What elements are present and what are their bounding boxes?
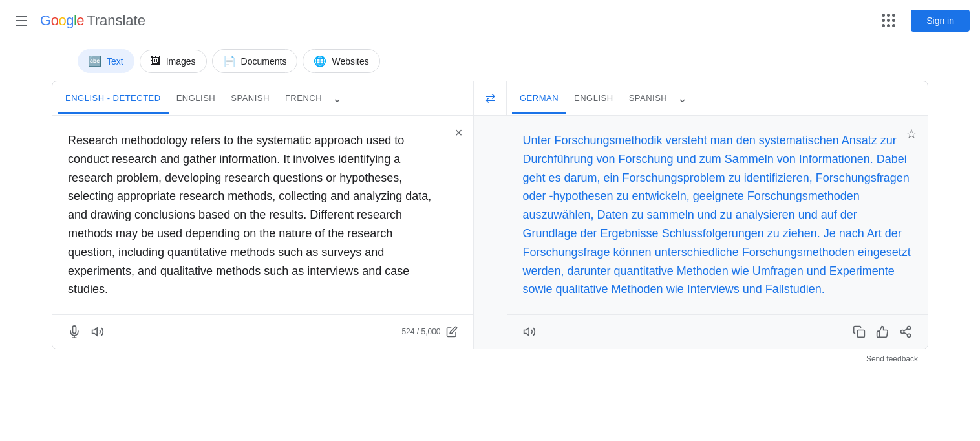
- microphone-button[interactable]: [63, 320, 86, 343]
- mode-tabs: 🔤 Text 🖼 Images 📄 Documents 🌐 Websites: [0, 41, 980, 81]
- lang-tab-french-src[interactable]: FRENCH: [277, 84, 330, 114]
- images-icon: 🖼: [151, 56, 161, 67]
- svg-point-5: [908, 327, 911, 330]
- char-count: 524 / 5,000: [401, 327, 440, 336]
- svg-marker-3: [524, 328, 529, 336]
- translate-area: ENGLISH - DETECTED ENGLISH SPANISH FRENC…: [52, 81, 928, 369]
- menu-icon[interactable]: [10, 10, 32, 31]
- lang-tab-english-src[interactable]: ENGLISH: [169, 84, 224, 114]
- swap-column-spacer: [474, 116, 507, 349]
- lang-tab-spanish-src[interactable]: SPANISH: [223, 84, 277, 114]
- svg-line-9: [904, 329, 908, 331]
- listen-target-button[interactable]: [518, 320, 541, 343]
- header-right: Sign in: [877, 8, 970, 32]
- tab-websites[interactable]: 🌐 Websites: [303, 49, 379, 73]
- tab-documents[interactable]: 📄 Documents: [212, 49, 298, 73]
- source-lang-more-button[interactable]: ⌄: [330, 89, 345, 108]
- svg-line-8: [904, 332, 908, 334]
- listen-source-button[interactable]: [86, 320, 109, 343]
- rate-translation-button[interactable]: [871, 320, 894, 343]
- documents-icon: 📄: [223, 55, 236, 67]
- tab-images[interactable]: 🖼 Images: [140, 50, 207, 73]
- websites-icon: 🌐: [314, 55, 326, 67]
- source-bottom-bar: 524 / 5,000: [52, 314, 473, 349]
- tab-documents-label: Documents: [241, 56, 287, 67]
- logo-translate-text: Translate: [87, 12, 145, 29]
- content-row: Research methodology refers to the syste…: [52, 116, 928, 349]
- swap-lang-container: ⇄: [473, 81, 507, 115]
- svg-point-6: [901, 330, 904, 334]
- svg-point-7: [908, 334, 911, 338]
- tab-images-label: Images: [166, 56, 196, 67]
- tab-text-label: Text: [107, 56, 123, 67]
- source-text[interactable]: Research methodology refers to the syste…: [52, 116, 473, 314]
- target-lang-more-button[interactable]: ⌄: [675, 89, 690, 108]
- apps-icon[interactable]: [877, 8, 900, 32]
- share-translation-button[interactable]: [894, 320, 917, 343]
- lang-tab-spanish-tgt[interactable]: SPANISH: [621, 84, 676, 114]
- translate-box: ENGLISH - DETECTED ENGLISH SPANISH FRENC…: [52, 81, 928, 349]
- header: Google Translate Sign in: [0, 0, 980, 41]
- edit-source-button[interactable]: [441, 321, 463, 343]
- send-feedback[interactable]: Send feedback: [52, 349, 928, 369]
- header-left: Google Translate: [10, 10, 145, 31]
- translated-text: Unter Forschungsmethodik versteht man de…: [507, 116, 928, 314]
- source-panel: Research methodology refers to the syste…: [52, 116, 474, 349]
- text-icon: 🔤: [89, 55, 101, 67]
- svg-rect-4: [858, 330, 865, 338]
- target-bottom-bar: [507, 314, 928, 349]
- swap-languages-button[interactable]: ⇄: [480, 86, 500, 111]
- tab-text[interactable]: 🔤 Text: [78, 49, 134, 73]
- star-button[interactable]: ☆: [903, 124, 920, 144]
- lang-tab-german[interactable]: GERMAN: [512, 84, 566, 114]
- tab-websites-label: Websites: [332, 56, 368, 67]
- lang-tab-detected[interactable]: ENGLISH - DETECTED: [58, 84, 169, 114]
- lang-selector-row: ENGLISH - DETECTED ENGLISH SPANISH FRENC…: [52, 81, 928, 116]
- sign-in-button[interactable]: Sign in: [911, 10, 970, 32]
- logo-link[interactable]: Google Translate: [40, 12, 145, 29]
- lang-tab-english-tgt[interactable]: ENGLISH: [566, 84, 621, 114]
- source-lang-bar: ENGLISH - DETECTED ENGLISH SPANISH FRENC…: [52, 81, 473, 115]
- target-lang-bar: GERMAN ENGLISH SPANISH ⌄: [507, 81, 928, 115]
- logo-google: Google: [40, 12, 84, 29]
- copy-translation-button[interactable]: [847, 320, 871, 343]
- svg-marker-2: [92, 328, 98, 336]
- target-panel: ☆ Unter Forschungsmethodik versteht man …: [507, 116, 928, 349]
- clear-text-button[interactable]: ×: [453, 124, 465, 142]
